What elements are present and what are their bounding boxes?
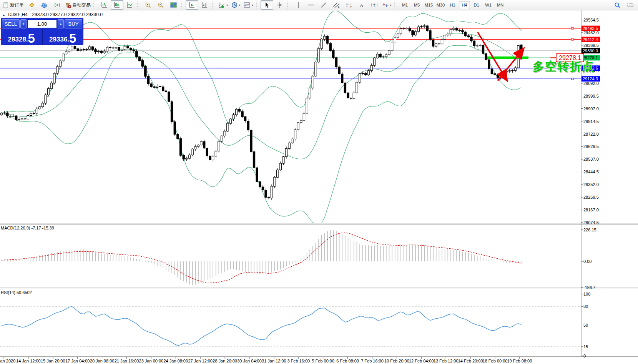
chart-title: ▲ DJ30-,H4 29373.0 29377.0 29322.0 29330… <box>2 12 103 17</box>
sell-button[interactable]: SELL <box>2 19 20 28</box>
cursor-tool-button[interactable] <box>261 0 273 10</box>
signal-icon <box>54 2 60 8</box>
candle-body <box>165 91 167 92</box>
candle-body <box>479 45 481 46</box>
candle-body <box>156 86 158 88</box>
timeframe-button-m30[interactable]: M30 <box>435 1 446 9</box>
pivot-annotation-text[interactable]: 多空转折点 <box>533 59 594 75</box>
candle-body <box>24 119 26 119</box>
candle-body <box>514 68 516 70</box>
candle-body <box>91 47 93 50</box>
periods-button[interactable]: ▾ <box>229 0 242 10</box>
market-watch-button[interactable] <box>25 0 38 10</box>
candle-body <box>309 88 311 98</box>
vertical-line-tool[interactable] <box>292 0 304 10</box>
timeframe-button-mn[interactable]: MN <box>495 1 506 9</box>
candle-body <box>362 73 364 74</box>
buy-price[interactable]: 29336. 5 <box>43 29 83 45</box>
timeframe-button-w1[interactable]: W1 <box>483 1 494 9</box>
sell-price-big: 5 <box>28 33 35 43</box>
line-chart-mode-button[interactable] <box>123 0 136 10</box>
dropdown-caret: ▾ <box>390 3 392 7</box>
price-tick-label: 28907.0 <box>583 106 599 111</box>
volume-input[interactable]: 1.00 <box>27 20 57 28</box>
svg-text:T: T <box>373 3 375 7</box>
price-line-handle[interactable] <box>572 78 573 80</box>
candle-body <box>347 93 349 98</box>
price-line-handle[interactable] <box>572 27 573 29</box>
candle-body <box>277 170 279 177</box>
templates-button[interactable]: ▾ <box>242 0 255 10</box>
candle-body <box>3 113 5 113</box>
candle-body <box>332 50 334 57</box>
timeframe-button-m1[interactable]: M1 <box>399 1 410 9</box>
autotrading-button[interactable]: 自动交易 <box>63 0 92 10</box>
clock-icon <box>231 2 238 8</box>
buy-button[interactable]: BUY <box>65 19 82 28</box>
chat-button[interactable] <box>624 0 636 10</box>
community-button[interactable] <box>38 0 51 10</box>
search-button[interactable] <box>611 0 624 10</box>
candle-body <box>488 60 490 69</box>
trendline-tool[interactable] <box>317 0 330 10</box>
candle-body <box>112 48 114 48</box>
equidistant-channel-tool[interactable]: E <box>330 0 342 10</box>
candle-body <box>45 95 47 103</box>
price-badge-label: 29493.5 <box>583 26 598 31</box>
candle-body <box>127 46 129 48</box>
candle-body <box>394 38 396 42</box>
timeframe-button-m5[interactable]: M5 <box>411 1 422 9</box>
candle-body <box>312 76 314 88</box>
price-tick-label: 28352.0 <box>583 182 599 187</box>
price-line-handle[interactable] <box>572 38 573 40</box>
time-tick-label: 15 Jan 20:00 <box>41 359 65 363</box>
sell-price[interactable]: 29328. 5 <box>1 29 42 45</box>
timeframe-button-h4[interactable]: H4 <box>459 1 470 9</box>
timeframe-button-d1[interactable]: D1 <box>471 1 482 9</box>
candle-body <box>494 74 496 75</box>
candle-body <box>39 107 41 109</box>
candle-body <box>391 42 393 51</box>
chart-shift-button[interactable] <box>198 0 211 10</box>
new-order-button[interactable]: 新订单 <box>2 0 25 10</box>
candle-body <box>300 120 302 123</box>
horizontal-line-tool[interactable] <box>304 0 317 10</box>
crosshair-tool-button[interactable] <box>273 0 286 10</box>
auto-scroll-button[interactable] <box>186 0 198 10</box>
sell-price-small: 29328. <box>8 36 28 43</box>
candle-body <box>259 182 261 187</box>
gold-ticket-icon <box>29 2 35 8</box>
text-label-tool[interactable]: T <box>368 0 380 10</box>
timeframe-button-h1[interactable]: H1 <box>447 1 458 9</box>
candle-body <box>229 119 231 123</box>
volume-increase-button[interactable]: ▲ <box>58 19 64 28</box>
svg-text:F: F <box>351 6 352 8</box>
candle-body <box>288 143 290 149</box>
timeframe-bar: M1M5M15M30H1H4D1W1MN <box>399 1 506 9</box>
volume-decrease-button[interactable]: ▼ <box>20 19 27 28</box>
candle-body <box>221 136 223 141</box>
candle-body <box>30 113 32 115</box>
zoom-in-button[interactable] <box>142 0 155 10</box>
signals-button[interactable] <box>51 0 63 10</box>
arrows-tool[interactable]: ▾ <box>380 0 393 10</box>
tile-windows-button[interactable] <box>167 0 180 10</box>
time-tick-label: 28 Jan 20:00 <box>213 359 237 363</box>
candlestick-mode-button[interactable] <box>111 0 123 10</box>
fibonacci-tool[interactable]: F <box>342 0 355 10</box>
candle-body <box>168 92 170 102</box>
candle-body <box>50 83 52 89</box>
candle-body <box>467 36 469 37</box>
candle-body <box>271 186 272 198</box>
timeframe-button-m15[interactable]: M15 <box>423 1 434 9</box>
toolbar-grip <box>181 2 184 8</box>
bar-chart-mode-button[interactable] <box>98 0 111 10</box>
candle-body <box>321 39 322 49</box>
text-tool[interactable]: A <box>355 0 368 10</box>
zoom-out-button[interactable] <box>155 0 167 10</box>
candle-body <box>291 139 293 143</box>
candle-body <box>121 49 123 50</box>
candle-body <box>18 119 20 120</box>
indicators-button[interactable]: ▾ <box>217 0 229 10</box>
candle-body <box>429 31 431 40</box>
